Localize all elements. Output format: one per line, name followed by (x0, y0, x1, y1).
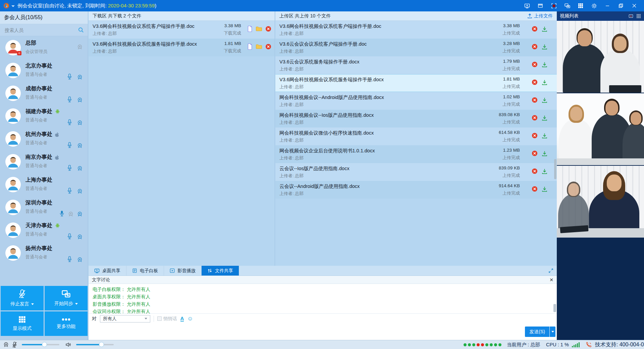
download-file-row[interactable]: V3.6网会科技视频会议系统客户端操作手册.doc 上传者: 总部 3.38 M… (89, 21, 275, 39)
upload-file-row[interactable]: V3.6网会科技视频会议系统服务端操作手册.docx 上传者: 总部 1.81 … (275, 74, 557, 92)
delete-icon[interactable] (532, 97, 538, 103)
slider-knob[interactable] (42, 342, 47, 347)
delete-icon[interactable] (532, 150, 538, 156)
mic-icon[interactable] (67, 256, 72, 262)
webcam-icon[interactable] (77, 189, 83, 194)
search-icon[interactable] (78, 27, 84, 33)
download-file-row[interactable]: V3.6网会科技视频会议系统服务端操作手册.docx 上传者: 总部 1.81 … (89, 39, 275, 56)
webcam-icon[interactable] (77, 74, 83, 80)
participant-search[interactable] (0, 24, 88, 36)
settings-gear-icon[interactable] (589, 1, 599, 10)
mic-icon[interactable] (67, 119, 72, 126)
close-icon[interactable]: ✕ (549, 278, 553, 282)
webcam-icon[interactable] (77, 234, 83, 240)
screen-share-icon[interactable] (522, 1, 532, 10)
recipient-select[interactable]: 所有人 (100, 315, 150, 322)
delete-icon[interactable] (532, 186, 538, 192)
mic-icon[interactable] (67, 165, 72, 171)
more-functions-button[interactable]: 更多功能 (45, 311, 88, 336)
video-camera-icon[interactable] (628, 14, 634, 18)
mic-active-icon[interactable] (59, 210, 64, 217)
send-button[interactable]: 发送(S) (525, 327, 555, 337)
display-mode-button[interactable]: 显示模式 (1, 311, 44, 336)
checkbox[interactable] (157, 316, 162, 321)
record-icon[interactable] (549, 1, 559, 10)
tab-whiteboard[interactable]: 电子白板 (126, 266, 164, 276)
chevron-down-icon[interactable] (31, 303, 34, 305)
download-icon[interactable] (542, 151, 547, 156)
minimize-button[interactable] (602, 1, 612, 10)
delete-icon[interactable] (265, 26, 271, 32)
webcam-icon[interactable] (77, 143, 83, 148)
upload-file-row[interactable]: 云会议--Android版产品使用指南.docx 上传者: 总部 914.64 … (275, 181, 557, 199)
chevron-down-icon[interactable] (75, 303, 78, 305)
font-style-icon[interactable]: A (180, 316, 184, 321)
upload-file-row[interactable]: 网会科技视频会议微信小程序快速指南.docx 上传者: 总部 614.58 KB… (275, 128, 557, 145)
download-icon[interactable] (542, 44, 547, 50)
emoji-icon[interactable]: ☺ (187, 316, 193, 321)
webcam-off-icon[interactable] (68, 211, 73, 217)
maximize-button[interactable] (616, 1, 626, 10)
video-thumbnail-1[interactable] (557, 21, 644, 93)
open-folder-icon[interactable] (256, 26, 262, 32)
upload-file-row[interactable]: V3.6网会科技视频会议系统客户端操作手册.doc 上传者: 总部 3.38 M… (275, 21, 557, 39)
upload-file-row[interactable]: 网会科技视频会议--Ios版产品使用指南.docx 上传者: 总部 839.08… (275, 110, 557, 128)
download-icon[interactable] (542, 97, 547, 103)
delete-icon[interactable] (532, 115, 538, 121)
webcam-icon[interactable] (77, 97, 83, 103)
speaker-volume-slider[interactable] (76, 344, 114, 345)
mic-volume-slider[interactable] (22, 344, 59, 345)
participant-row[interactable]: 扬州办事处 普通与会者 (0, 242, 88, 264)
delete-icon[interactable] (532, 79, 538, 85)
send-options-chevron[interactable] (550, 327, 555, 337)
chat-input-area[interactable]: 发送(S) (89, 323, 557, 340)
open-file-icon[interactable] (247, 26, 253, 32)
upload-file-row[interactable]: 网会视频会议企业后台使用说明书1.0.1.docx 上传者: 总部 1.23 M… (275, 145, 557, 163)
upload-file-row[interactable]: 网会科技视频会议--Android版产品使用指南.docx 上传者: 总部 1.… (275, 92, 557, 110)
webcam-icon[interactable] (77, 120, 83, 126)
participant-row[interactable]: 上海办事处 普通与会者 (0, 173, 88, 196)
webcam-icon[interactable] (77, 166, 83, 171)
participant-row[interactable]: 福建办事处 普通与会者 (0, 105, 88, 128)
delete-icon[interactable] (532, 168, 538, 174)
speaker-icon[interactable] (65, 342, 71, 347)
upload-file-row[interactable]: V3.6云会议系统服务端操作手册.docx 上传者: 总部 1.79 MB 上传… (275, 56, 557, 74)
participant-row[interactable]: 成都办事处 普通与会者 (0, 82, 88, 105)
open-folder-icon[interactable] (256, 44, 262, 49)
participant-row[interactable]: 南京办事处 普通与会者 (0, 150, 88, 173)
download-icon[interactable] (542, 115, 547, 121)
download-icon[interactable] (542, 186, 547, 192)
download-icon[interactable] (542, 168, 547, 174)
upload-file-row[interactable]: V3.6云会议会议系统客户端操作手册.doc 上传者: 总部 3.28 MB 上… (275, 39, 557, 56)
stop-speaking-button[interactable]: 停止发言 (1, 286, 44, 310)
mic-icon[interactable] (67, 73, 72, 80)
upload-file-button[interactable]: 上传文件 (527, 13, 553, 19)
webcam-icon[interactable] (77, 44, 83, 50)
mic-muted-status-icon[interactable] (12, 342, 17, 348)
download-icon[interactable] (542, 62, 547, 67)
download-icon[interactable] (542, 80, 547, 85)
delete-icon[interactable] (532, 26, 538, 32)
participant-row[interactable]: 北京办事处 普通与会者 (0, 59, 88, 82)
search-input[interactable] (4, 27, 78, 33)
close-button[interactable] (629, 1, 639, 10)
participant-row[interactable]: 天津办事处 普通与会者 (0, 219, 88, 242)
participant-row[interactable]: 总部 会议管理员 (0, 36, 88, 59)
delete-icon[interactable] (532, 61, 538, 67)
video-thumbnail-3[interactable] (557, 166, 644, 238)
menu-chevron-icon[interactable] (11, 5, 15, 7)
sync-screens-icon[interactable] (562, 1, 572, 10)
participant-row[interactable]: 杭州办事处 普通与会者 (0, 128, 88, 150)
delete-icon[interactable] (265, 44, 271, 50)
fullscreen-icon[interactable] (535, 1, 545, 10)
upload-file-row[interactable]: 云会议--Ios版产品使用指南.docx 上传者: 总部 839.09 KB 上… (275, 163, 557, 181)
delete-icon[interactable] (532, 44, 538, 50)
tab-desktop-share[interactable]: 桌面共享 (89, 266, 126, 276)
download-icon[interactable] (542, 133, 547, 139)
whisper-checkbox[interactable]: 悄悄话 (157, 316, 177, 322)
chat-messages[interactable]: 电子白板权限： 允许所有人桌面共享权限： 允许所有人影音播放权限： 允许所有人会… (89, 284, 557, 313)
scrollbar-thumb[interactable] (554, 159, 556, 179)
message-input[interactable] (89, 323, 557, 340)
webcam-icon[interactable] (77, 257, 83, 262)
tab-file-share[interactable]: 文件共享 (202, 266, 239, 276)
